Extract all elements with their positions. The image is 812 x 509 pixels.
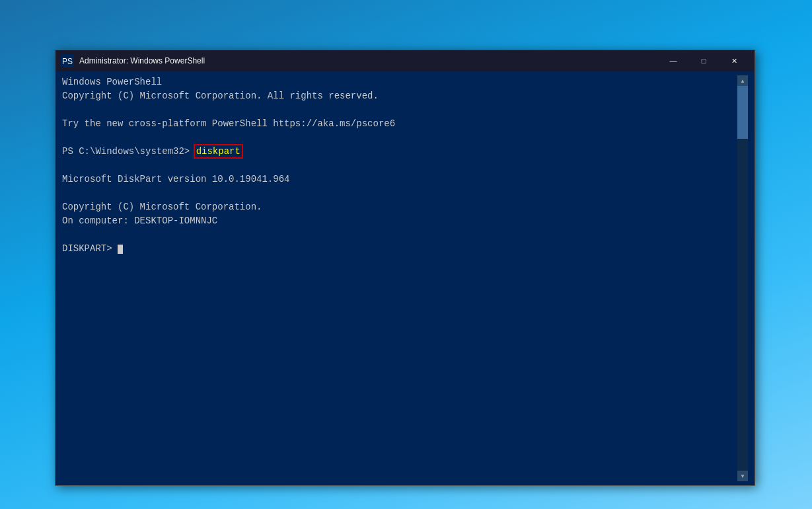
scroll-down-arrow[interactable]: ▼ [737, 471, 748, 481]
titlebar: PS Administrator: Windows PowerShell — □… [55, 50, 755, 71]
highlighted-command: diskpart [196, 146, 241, 157]
prompt-line: PS C:\Windows\system32> [62, 146, 196, 157]
line-1: Windows PowerShell Copyright (C) Microso… [62, 77, 395, 254]
svg-text:PS: PS [62, 57, 73, 66]
scrollbar[interactable]: ▲ ▼ [737, 75, 748, 481]
window-title: Administrator: Windows PowerShell [79, 56, 658, 65]
titlebar-buttons: — □ ✕ [658, 50, 749, 71]
powershell-icon: PS [61, 54, 74, 67]
desktop: PS Administrator: Windows PowerShell — □… [0, 0, 812, 509]
terminal-content: Windows PowerShell Copyright (C) Microso… [62, 75, 737, 481]
terminal-body[interactable]: Windows PowerShell Copyright (C) Microso… [55, 71, 755, 485]
scrollbar-track[interactable] [737, 86, 748, 471]
maximize-button[interactable]: □ [688, 50, 719, 71]
scrollbar-thumb[interactable] [737, 86, 748, 139]
powershell-window: PS Administrator: Windows PowerShell — □… [55, 50, 755, 486]
scroll-up-arrow[interactable]: ▲ [737, 75, 748, 86]
close-button[interactable]: ✕ [719, 50, 749, 71]
cursor [118, 245, 123, 254]
minimize-button[interactable]: — [658, 50, 688, 71]
